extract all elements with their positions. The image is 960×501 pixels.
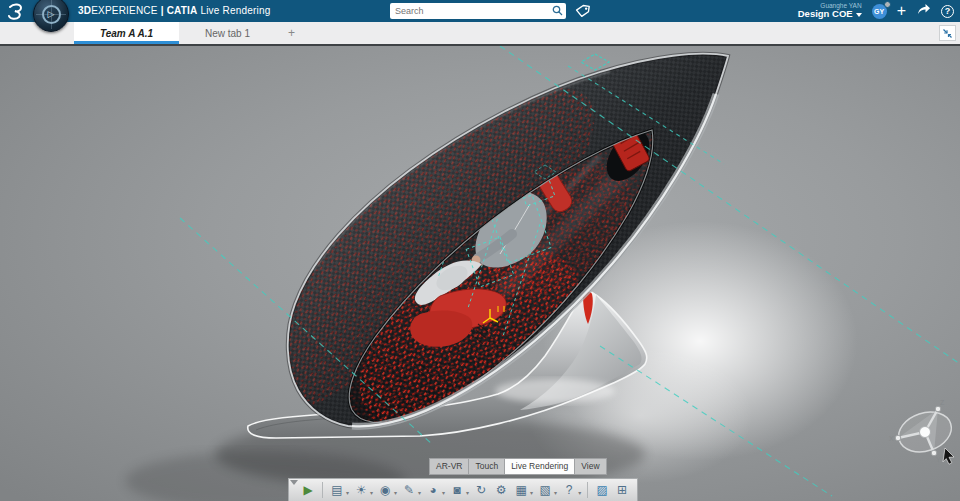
title-separator: | (161, 5, 164, 16)
materials-icon[interactable]: ◉ (376, 481, 394, 499)
compass-quadrant-line (51, 0, 52, 29)
avatar[interactable]: GY (872, 4, 887, 19)
chevron-down-icon (856, 13, 862, 17)
3ds-logo-icon (5, 2, 29, 24)
share-icon[interactable] (916, 2, 931, 20)
structure-icon[interactable]: ⊞ (613, 481, 631, 499)
tab-team-a[interactable]: Team A A.1 (74, 22, 179, 44)
mode-tab-live-rendering[interactable]: Live Rendering (504, 458, 574, 475)
dropdown-caret-icon[interactable]: ▾ (578, 489, 581, 496)
toolbar-collapse-handle[interactable] (290, 480, 298, 485)
mode-tab-view[interactable]: View (574, 458, 606, 475)
toolbar-help-icon[interactable]: ? (560, 481, 578, 499)
camera-icon[interactable]: ◙ (448, 481, 466, 499)
brand-experience: EXPERIENCE (91, 5, 157, 16)
avatar-initials: GY (874, 8, 884, 15)
search-icon[interactable] (552, 2, 563, 20)
dropdown-caret-icon[interactable]: ▾ (442, 489, 445, 496)
dropdown-caret-icon[interactable]: ▾ (530, 489, 533, 496)
search-input[interactable] (390, 6, 552, 16)
turntable-icon[interactable]: ↻ (472, 481, 490, 499)
dropdown-caret-icon[interactable]: ▾ (554, 489, 557, 496)
toolbar-separator (587, 482, 588, 498)
viewport-mode-tabs: AR-VR Touch Live Rendering View (429, 458, 607, 475)
help-button[interactable]: ? (941, 5, 954, 18)
restore-window-icon[interactable] (939, 25, 956, 41)
compass-z-label: Z (940, 399, 945, 406)
topbar-right-cluster: Guanghe YAN Design COE GY + ? (798, 0, 954, 22)
manikin-icon[interactable]: ◕ (424, 481, 442, 499)
tab-new-tab-1[interactable]: New tab 1 (179, 22, 276, 44)
render-scene[interactable]: X Z Y (0, 46, 960, 501)
lighting-icon[interactable]: ☀ (352, 481, 370, 499)
add-content-button[interactable]: + (897, 3, 906, 19)
toolbar-separator (322, 482, 323, 498)
dropdown-caret-icon[interactable]: ▾ (394, 489, 397, 496)
product-name: CATIA (167, 5, 198, 16)
3d-viewport[interactable]: X Z Y AR-VR Touch Live Rendering View ▶ … (0, 46, 960, 501)
dropdown-caret-icon[interactable]: ▾ (418, 489, 421, 496)
mode-tab-ar-vr[interactable]: AR-VR (429, 458, 468, 475)
render-options-icon[interactable]: ▧ (536, 481, 554, 499)
material-picker-icon[interactable]: ✎ (400, 481, 418, 499)
tag-icon[interactable] (573, 2, 593, 20)
render-animation-icon[interactable]: ▶ (299, 481, 317, 499)
dropdown-caret-icon[interactable]: ▾ (370, 489, 373, 496)
top-bar: 3DEXPERIENCE | CATIA Live Rendering Guan… (0, 0, 960, 22)
environment-icon[interactable]: ▤ (328, 481, 346, 499)
search-box[interactable] (390, 3, 566, 19)
compass-x-label: X (889, 435, 894, 442)
dropdown-caret-icon[interactable]: ▾ (466, 489, 469, 496)
tab-bar: Team A A.1 New tab 1 + (0, 22, 960, 46)
settings-gear-icon[interactable]: ⚙ (492, 481, 510, 499)
user-role: Design COE (798, 9, 853, 20)
app-mode: Live Rendering (200, 5, 270, 16)
texture-icon[interactable]: ▨ (593, 481, 611, 499)
brand-3d: 3D (78, 5, 91, 16)
status-badge (884, 1, 891, 8)
dropdown-caret-icon[interactable]: ▾ (346, 489, 349, 496)
render-output-icon[interactable]: ▦ (512, 481, 530, 499)
compass-y-label: Y (936, 456, 941, 463)
new-tab-button[interactable]: + (276, 22, 307, 44)
app-title: 3DEXPERIENCE | CATIA Live Rendering (78, 5, 271, 16)
user-menu[interactable]: Guanghe YAN Design COE (798, 2, 862, 20)
mode-tab-touch[interactable]: Touch (468, 458, 504, 475)
platter-highlight (495, 379, 615, 403)
action-bar: ▶ ▤ ▾ ☀ ▾ ◉ ▾ ✎ ▾ ◕ ▾ ◙ ▾ ↻ ⚙ ▦ ▾ ▧ ▾ ? … (288, 478, 638, 501)
